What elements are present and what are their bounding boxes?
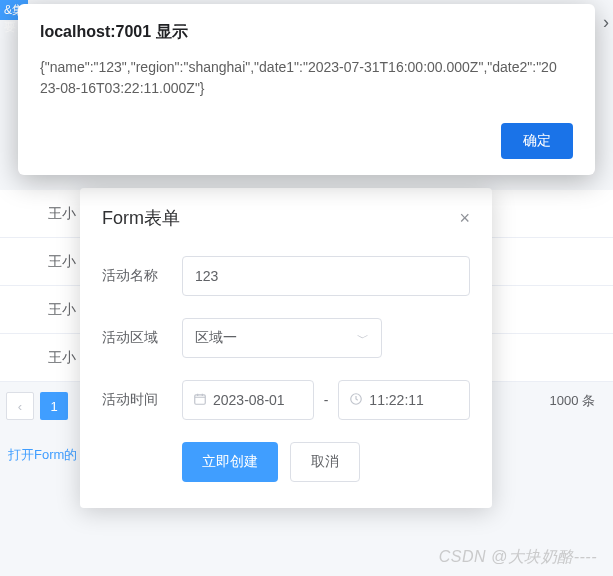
watermark-text: CSDN @大块奶酪----: [439, 548, 597, 565]
form-dialog: Form表单 × 活动名称 123 活动区域 区域一 ﹀ 活动时间 2023-0…: [80, 188, 492, 508]
chevron-left-icon: ‹: [18, 399, 22, 414]
time-value: 11:22:11: [369, 392, 424, 408]
region-label: 活动区域: [102, 329, 182, 347]
alert-body: {"name":"123","region":"shanghai","date1…: [40, 57, 573, 99]
alert-body-line2: 23-08-16T03:22:11.000Z"}: [40, 80, 205, 96]
page-number: 1: [50, 399, 57, 414]
browser-alert: localhost:7001 显示 {"name":"123","region"…: [18, 4, 595, 175]
time-label: 活动时间: [102, 391, 182, 409]
name-value: 123: [195, 268, 218, 284]
time-input[interactable]: 11:22:11: [338, 380, 470, 420]
submit-button[interactable]: 立即创建: [182, 442, 278, 482]
cell-name: 王小: [48, 349, 76, 367]
date-value: 2023-08-01: [213, 392, 285, 408]
cell-name: 王小: [48, 205, 76, 223]
cancel-label: 取消: [311, 453, 339, 469]
cell-name: 王小: [48, 301, 76, 319]
form-item-name: 活动名称 123: [102, 256, 470, 296]
page-current[interactable]: 1: [40, 392, 68, 420]
total-label: 1000 条: [549, 393, 595, 408]
name-input[interactable]: 123: [182, 256, 470, 296]
form-title: Form表单: [102, 206, 180, 230]
clock-icon: [349, 392, 363, 409]
alert-suffix: 显示: [156, 23, 188, 40]
page-prev-button[interactable]: ‹: [6, 392, 34, 420]
submit-label: 立即创建: [202, 453, 258, 469]
date-separator: -: [322, 392, 331, 408]
alert-title: localhost:7001 显示: [40, 22, 573, 43]
top-edge-text-2: 要: [4, 20, 16, 34]
cell-name: 王小: [48, 253, 76, 271]
form-header: Form表单 ×: [102, 206, 470, 230]
alert-body-line1: {"name":"123","region":"shanghai","date1…: [40, 59, 557, 75]
form-link-text: 打开Form的: [8, 447, 77, 462]
watermark: CSDN @大块奶酪----: [439, 547, 597, 568]
region-value: 区域一: [195, 329, 237, 347]
name-label: 活动名称: [102, 267, 182, 285]
svg-rect-0: [195, 394, 206, 403]
cancel-button[interactable]: 取消: [290, 442, 360, 482]
pagination-total: 1000 条: [549, 392, 595, 410]
form-buttons: 立即创建 取消: [182, 442, 470, 482]
alert-host: localhost:7001: [40, 23, 151, 40]
close-icon[interactable]: ×: [459, 208, 470, 229]
open-form-link[interactable]: 打开Form的: [8, 446, 77, 464]
calendar-icon: [193, 392, 207, 409]
alert-button-row: 确定: [40, 123, 573, 159]
chevron-down-icon: ﹀: [357, 330, 369, 347]
form-item-region: 活动区域 区域一 ﹀: [102, 318, 470, 358]
chevron-right-icon[interactable]: ›: [603, 12, 609, 33]
date-input[interactable]: 2023-08-01: [182, 380, 314, 420]
region-select[interactable]: 区域一 ﹀: [182, 318, 382, 358]
form-item-time: 活动时间 2023-08-01 - 11:22:11: [102, 380, 470, 420]
alert-ok-label: 确定: [523, 132, 551, 148]
alert-ok-button[interactable]: 确定: [501, 123, 573, 159]
